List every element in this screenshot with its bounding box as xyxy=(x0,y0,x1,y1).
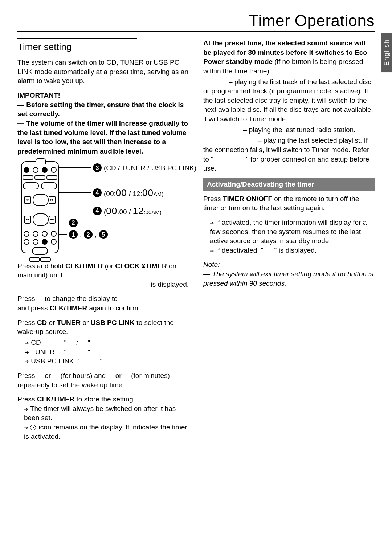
callout-4a: 4 (00:00 / 12:00AM) xyxy=(58,187,163,199)
btn-usb-pc-link: USB PC LINK xyxy=(91,319,135,326)
callout-2: 2 xyxy=(58,219,80,227)
left-column: Timer setting The system can switch on t… xyxy=(17,38,189,446)
btn-clk-timer-3: CLK/TIMER xyxy=(37,395,74,403)
note-label: Note: xyxy=(203,260,375,269)
source-cd: ➔ CD " : " xyxy=(17,338,189,347)
callout-3: 3 (CD / TUNER / USB PC LINK) xyxy=(58,163,196,173)
content-columns: Timer setting The system can switch on t… xyxy=(17,38,375,446)
remote-outline: ◂◂ ▸▸ ◂◂ ▸▸ xyxy=(21,161,59,253)
step-5-note-1: ➔ The timer will always be switched on a… xyxy=(17,404,189,423)
btn-clk-timer-2: CLK/TIMER xyxy=(50,304,87,312)
intro-paragraph: The system can switch on to CD, TUNER or… xyxy=(17,58,189,86)
callout-4b-text: (00:00 / 12:00AM) xyxy=(104,205,162,217)
badge-5: 5 xyxy=(99,230,108,239)
language-tab: English xyxy=(381,33,392,72)
source-tuner: ➔ TUNER " : " xyxy=(17,347,189,357)
preset-time-paragraph: At the preset time, the selected sound s… xyxy=(203,38,375,76)
source-display-list: ➔ CD " : " ➔ TUNER " : " ➔ USB PC LINK "… xyxy=(17,338,189,366)
source-usb: ➔ USB PC LINK " : " xyxy=(17,356,189,366)
step-2: Press to change the display to and press… xyxy=(17,294,189,313)
badge-3: 3 xyxy=(93,163,102,172)
btn-cd: CD xyxy=(37,319,47,326)
btn-clk-timer: CLK/TIMER xyxy=(65,262,103,270)
callout-4a-text: (00:00 / 12:00AM) xyxy=(104,187,163,199)
tuner-behaviour: – playing the last tuned radio station. xyxy=(203,125,375,135)
callout-1-2-5: 1, 2, 5 xyxy=(58,230,110,240)
right-column: At the preset time, the selected sound s… xyxy=(203,38,375,446)
cd-behaviour: – playing the first track of the last se… xyxy=(203,77,375,124)
activate-step: Press TIMER ON/OFF on the remote to turn… xyxy=(203,194,375,213)
page-title: Timer Operations xyxy=(17,12,375,32)
badge-2: 2 xyxy=(69,219,78,227)
important-line-1: — Before setting the timer, ensure that … xyxy=(17,100,189,119)
clock-icon xyxy=(30,425,36,430)
btn-tuner: TUNER xyxy=(57,319,81,326)
btn-clock-timer-main: CLOCK ¥TIMER xyxy=(115,262,167,270)
btn-timer-on-off: TIMER ON/OFF xyxy=(223,195,272,203)
callout-3-text: (CD / TUNER / USB PC LINK) xyxy=(104,163,196,173)
note-block: Note: — The system will exit timer setti… xyxy=(203,260,375,288)
step-3: Press CD or TUNER or USB PC LINK to sele… xyxy=(17,318,189,336)
section-timer-setting: Timer setting xyxy=(17,38,137,53)
step-5-note-2: ➔ icon remains on the display. It indica… xyxy=(17,423,189,441)
deactivated-note: ➔ If deactivated, "" is displayed. xyxy=(203,246,375,255)
badge-4a: 4 xyxy=(93,188,102,197)
badge-1: 1 xyxy=(69,230,78,239)
important-block: IMPORTANT! — Before setting the timer, e… xyxy=(17,91,189,156)
important-label: IMPORTANT! xyxy=(17,91,189,100)
badge-4b: 4 xyxy=(93,207,102,215)
section-activating-bar: Activating/Deactivating the timer xyxy=(203,178,375,191)
badge-2b: 2 xyxy=(84,230,93,239)
remote-tiny-labels xyxy=(22,163,58,165)
callout-4b: 4 (00:00 / 12:00AM) xyxy=(58,205,162,217)
step-4: Press or (for hours) and or (for minutes… xyxy=(17,371,189,389)
step-1: Press and hold CLK/TIMER (or CLOCK ¥TIME… xyxy=(17,261,189,289)
activated-note: ➔ If activated, the timer information wi… xyxy=(203,218,375,246)
important-line-2: — The volume of the timer will increase … xyxy=(17,119,189,156)
remote-diagram: ◂◂ ▸▸ ◂◂ ▸▸ 3 xyxy=(17,161,173,256)
note-text: — The system will exit timer setting mod… xyxy=(203,269,375,288)
step-5: Press CLK/TIMER to store the setting. ➔ … xyxy=(17,395,189,441)
usb-behaviour: – playing the last selected playlist. If… xyxy=(203,136,375,173)
